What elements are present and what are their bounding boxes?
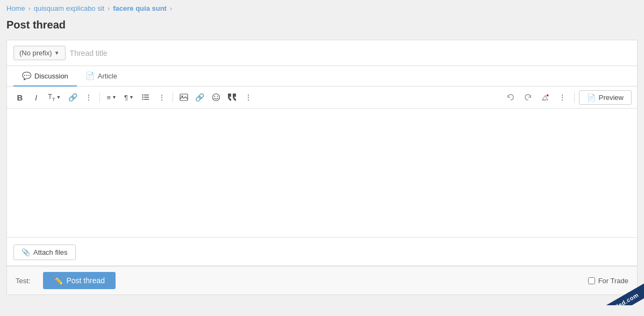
- preview-button[interactable]: 📄 Preview: [579, 90, 632, 105]
- editor-area[interactable]: [7, 109, 637, 238]
- page-title: Post thread: [0, 17, 644, 40]
- insert-link-button[interactable]: 🔗: [192, 90, 207, 105]
- align-arrow-icon: ▼: [112, 95, 117, 100]
- tab-article-label: Article: [98, 72, 117, 80]
- preview-label: Preview: [599, 94, 624, 102]
- text-size-button[interactable]: TT ▼: [45, 90, 64, 105]
- bold-button[interactable]: B: [12, 90, 27, 105]
- tab-discussion-label: Discussion: [34, 72, 68, 80]
- for-trade-checkbox[interactable]: [588, 277, 595, 284]
- prefix-label: (No prefix): [19, 49, 52, 57]
- more-insert-button[interactable]: ⋮: [241, 90, 256, 105]
- align-icon: ≡: [106, 94, 111, 102]
- breadcrumb-sep-3: ›: [170, 5, 172, 12]
- svg-rect-6: [180, 94, 188, 100]
- breadcrumb-sep-2: ›: [108, 5, 110, 12]
- tabs-row: 💬 Discussion 📄 Article: [7, 66, 637, 87]
- italic-button[interactable]: I: [28, 90, 44, 105]
- test-label: Test:: [16, 277, 30, 285]
- paragraph-arrow-icon: ▼: [129, 95, 134, 100]
- post-thread-button[interactable]: ✏️ Post thread: [43, 272, 116, 289]
- redo-button[interactable]: [520, 90, 535, 105]
- image-button[interactable]: [176, 90, 191, 105]
- svg-rect-1: [144, 97, 149, 98]
- paragraph-icon: ¶: [124, 94, 128, 102]
- list-button[interactable]: [138, 90, 153, 105]
- breadcrumb-level1[interactable]: quisquam explicabo sit: [34, 4, 105, 12]
- footer-right: For Trade: [588, 277, 628, 285]
- tab-article[interactable]: 📄 Article: [77, 66, 126, 87]
- svg-point-4: [142, 97, 143, 98]
- attach-section: 📎 Attach files: [7, 239, 637, 266]
- for-trade-text: For Trade: [598, 277, 628, 285]
- undo-button[interactable]: [503, 90, 518, 105]
- divider-2: [173, 92, 173, 103]
- svg-point-10: [217, 96, 218, 97]
- svg-point-5: [142, 99, 143, 100]
- text-size-arrow-icon: ▼: [56, 95, 61, 100]
- prefix-arrow-icon: ▼: [54, 50, 60, 56]
- divider-3: [574, 92, 575, 103]
- tab-discussion[interactable]: 💬 Discussion: [13, 66, 77, 87]
- breadcrumb-current: facere quia sunt: [113, 4, 167, 12]
- clear-format-button[interactable]: [538, 90, 553, 105]
- svg-point-9: [214, 96, 215, 97]
- svg-point-8: [212, 94, 219, 101]
- attach-label: Attach files: [33, 248, 68, 256]
- editor-toolbar: B I TT ▼ 🔗 ⋮ ≡ ▼ ¶ ▼: [7, 87, 637, 109]
- more-format-button[interactable]: ⋮: [81, 90, 96, 105]
- title-row: (No prefix) ▼: [7, 40, 637, 66]
- paperclip-icon: 📎: [22, 248, 30, 256]
- more-list-button[interactable]: ⋮: [154, 90, 169, 105]
- article-icon: 📄: [85, 71, 95, 80]
- svg-point-3: [142, 95, 143, 96]
- discussion-icon: 💬: [22, 71, 31, 80]
- toolbar-right: ⋮ 📄 Preview: [503, 90, 632, 105]
- thread-title-input[interactable]: [70, 47, 631, 60]
- divider-1: [99, 92, 100, 103]
- text-size-label: TT: [48, 92, 55, 102]
- breadcrumb: Home › quisquam explicabo sit › facere q…: [0, 0, 644, 17]
- paragraph-button[interactable]: ¶ ▼: [121, 90, 137, 105]
- svg-rect-0: [144, 95, 149, 96]
- quote-button[interactable]: [225, 90, 240, 105]
- footer-bar: Test: ✏️ Post thread For Trade: [7, 266, 637, 295]
- svg-rect-2: [144, 99, 149, 100]
- preview-icon: 📄: [587, 94, 596, 102]
- link-style-button[interactable]: 🔗: [65, 90, 80, 105]
- emoji-button[interactable]: [209, 90, 224, 105]
- main-container: (No prefix) ▼ 💬 Discussion 📄 Article B I…: [6, 40, 638, 295]
- more-actions-button[interactable]: ⋮: [555, 90, 570, 105]
- breadcrumb-home[interactable]: Home: [6, 4, 25, 12]
- for-trade-label[interactable]: For Trade: [588, 277, 628, 285]
- prefix-dropdown[interactable]: (No prefix) ▼: [13, 46, 66, 60]
- breadcrumb-sep-1: ›: [28, 5, 31, 12]
- post-thread-label: Post thread: [66, 276, 105, 285]
- post-thread-icon: ✏️: [54, 276, 63, 285]
- attach-files-button[interactable]: 📎 Attach files: [13, 245, 76, 260]
- align-button[interactable]: ≡ ▼: [103, 90, 120, 105]
